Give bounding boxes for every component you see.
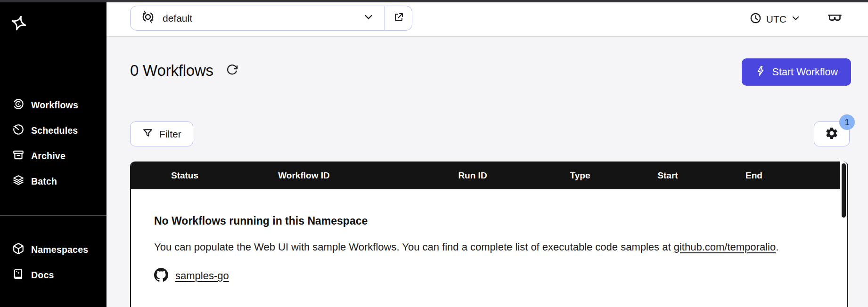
refresh-button[interactable] [225, 63, 239, 79]
sidebar-item-label: Schedules [31, 125, 78, 136]
column-header-run-id[interactable]: Run ID [458, 162, 487, 189]
config-count-badge: 1 [839, 114, 855, 130]
sidebar-item-archive[interactable]: Archive [0, 145, 106, 167]
sidebar-item-docs[interactable]: Docs [0, 264, 106, 286]
labs-mode-button[interactable] [827, 10, 843, 28]
timezone-select[interactable]: UTC [749, 12, 801, 27]
filter-button[interactable]: Filter [130, 121, 193, 146]
sidebar-item-batch[interactable]: Batch [0, 170, 106, 192]
column-header-type[interactable]: Type [570, 162, 590, 189]
chevron-down-icon [363, 11, 374, 25]
table-config-button[interactable]: 1 [814, 121, 850, 146]
workflows-spiral-icon [12, 98, 25, 113]
sidebar-item-label: Archive [31, 151, 66, 162]
start-workflow-button[interactable]: Start Workflow [742, 58, 851, 86]
empty-state: No Workflows running in this Namespace Y… [131, 189, 847, 284]
table-scrollbar-thumb[interactable] [842, 163, 846, 218]
batch-layers-icon [12, 174, 25, 189]
timezone-label: UTC [766, 14, 786, 25]
column-header-end[interactable]: End [745, 162, 762, 189]
chevron-down-icon [791, 13, 801, 25]
sidebar: Workflows Schedules [0, 2, 106, 307]
topbar: default [106, 2, 868, 37]
main-content: 0 Workflows Start Workflow [106, 37, 868, 307]
sidebar-divider [0, 215, 106, 216]
sidebar-item-label: Namespaces [31, 244, 88, 255]
temporal-logo[interactable] [10, 15, 27, 33]
filter-funnel-icon [142, 127, 154, 141]
archive-box-icon [12, 149, 25, 163]
sidebar-item-label: Workflows [31, 100, 78, 111]
empty-state-title: No Workflows running in this Namespace [154, 215, 819, 227]
clock-icon [749, 12, 762, 27]
topbar-right-cluster: UTC [749, 2, 843, 36]
empty-state-text-end: . [776, 241, 778, 253]
sidebar-nav-primary: Workflows Schedules [0, 94, 106, 192]
schedules-clock-icon [12, 123, 25, 138]
open-namespace-button[interactable] [385, 6, 412, 31]
namespace-value: default [163, 13, 192, 24]
namespace-switcher-icon [141, 10, 155, 26]
namespace-select[interactable]: default [130, 6, 385, 31]
filter-label: Filter [159, 129, 181, 140]
workflows-table: Status Workflow ID Run ID Type Start End… [130, 162, 848, 307]
column-header-start[interactable]: Start [657, 162, 678, 189]
temporal-web-ui: Workflows Schedules [0, 0, 868, 307]
sidebar-item-label: Docs [31, 270, 54, 281]
sidebar-item-label: Batch [31, 176, 57, 187]
empty-state-text: You can populate the Web UI with sample … [154, 241, 674, 253]
page-title: 0 Workflows [130, 62, 213, 80]
namespaces-cube-icon [12, 242, 25, 257]
empty-state-body: You can populate the Web UI with sample … [154, 239, 807, 255]
gear-icon [825, 126, 839, 142]
samples-go-link[interactable]: samples-go [175, 270, 229, 282]
docs-book-icon [12, 268, 25, 283]
start-workflow-label: Start Workflow [772, 66, 838, 78]
temporalio-github-link[interactable]: github.com/temporalio [674, 241, 776, 253]
column-header-status[interactable]: Status [171, 162, 198, 189]
sidebar-item-schedules[interactable]: Schedules [0, 120, 106, 141]
column-header-workflow-id[interactable]: Workflow ID [278, 162, 329, 189]
sidebar-item-namespaces[interactable]: Namespaces [0, 239, 106, 260]
sidebar-item-workflows[interactable]: Workflows [0, 94, 106, 116]
refresh-icon [226, 64, 238, 78]
workflows-table-header: Status Workflow ID Run ID Type Start End [131, 162, 840, 189]
sample-repo-row: samples-go [154, 268, 819, 284]
page-heading-row: 0 Workflows [130, 62, 239, 80]
sidebar-nav-secondary: Namespaces Docs [0, 239, 106, 286]
external-link-icon [393, 12, 404, 25]
lightning-bolt-icon [755, 65, 767, 80]
namespace-switcher-group: default [130, 6, 412, 31]
github-icon [154, 268, 168, 284]
glasses-icon [827, 10, 843, 28]
